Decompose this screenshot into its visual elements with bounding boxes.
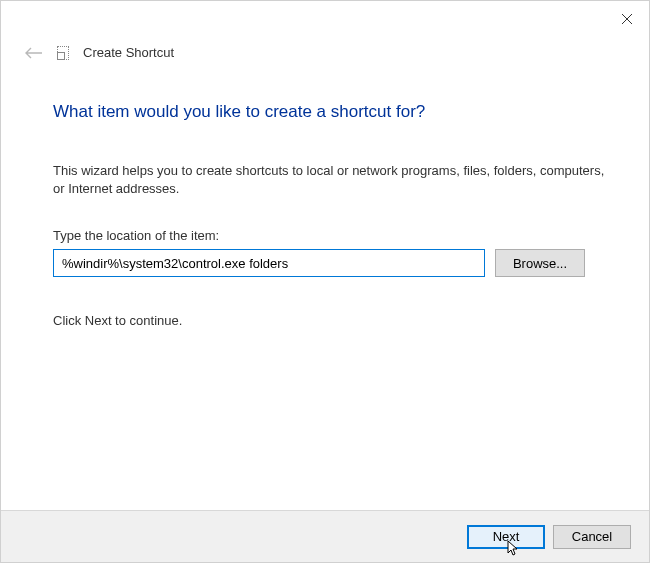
- location-label: Type the location of the item:: [53, 228, 609, 243]
- continue-text: Click Next to continue.: [53, 313, 609, 328]
- titlebar: [1, 1, 649, 31]
- back-arrow-icon: [25, 47, 43, 59]
- footer-bar: Next Cancel: [1, 510, 649, 562]
- close-button[interactable]: [619, 11, 635, 27]
- cancel-button[interactable]: Cancel: [553, 525, 631, 549]
- back-button[interactable]: [25, 46, 43, 60]
- content-area: What item would you like to create a sho…: [1, 60, 649, 328]
- page-title: Create Shortcut: [83, 45, 174, 60]
- shortcut-icon: [57, 46, 69, 60]
- header-row: Create Shortcut: [1, 45, 649, 60]
- close-icon: [621, 13, 633, 25]
- browse-button[interactable]: Browse...: [495, 249, 585, 277]
- next-button[interactable]: Next: [467, 525, 545, 549]
- wizard-window: Create Shortcut What item would you like…: [0, 0, 650, 563]
- main-heading: What item would you like to create a sho…: [53, 102, 609, 122]
- wizard-description: This wizard helps you to create shortcut…: [53, 162, 609, 198]
- input-row: Browse...: [53, 249, 609, 277]
- location-input[interactable]: [53, 249, 485, 277]
